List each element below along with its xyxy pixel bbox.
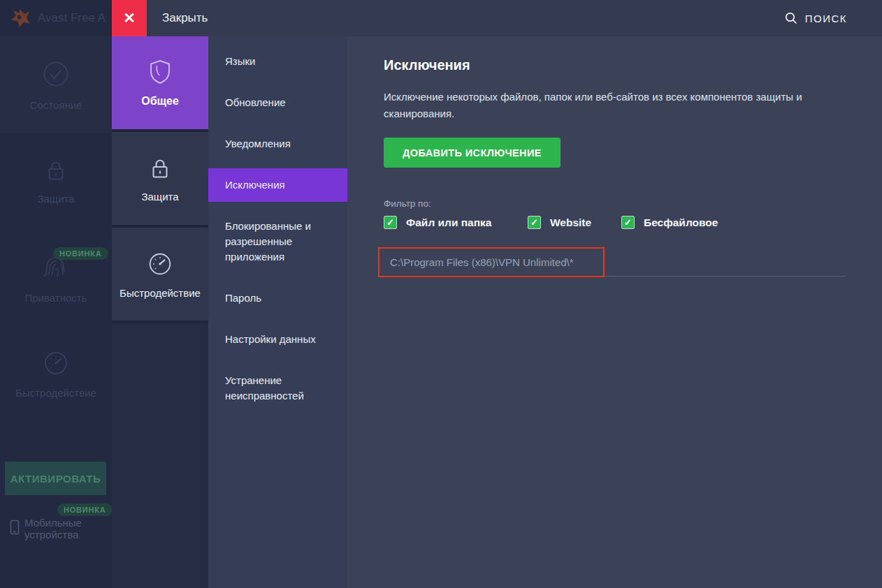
close-label[interactable]: Закрыть [162,11,208,25]
settings-tab-label: Защита [141,191,178,203]
avast-logo-icon [10,8,31,29]
shield-icon [146,58,174,86]
filter-checkbox-row: ✓ Файл или папка ✓ Website ✓ Бесфайловое [384,216,846,229]
speedometer-icon [146,250,174,278]
sidebar-item-status[interactable]: Состояние [0,36,112,133]
settings-tab-performance[interactable]: Быстродействие [112,228,208,321]
sidebar-item-label: Приватность [25,292,87,304]
avast-settings-window: Avast Free A ✕ Закрыть ПОИСК Состояние [0,0,882,588]
lock-icon [43,157,69,184]
sidebar-item-mobile-devices[interactable]: Мобильные устройства [10,517,101,541]
checkbox-label: Файл или папка [406,216,491,229]
checkbox-file-or-folder[interactable]: ✓ Файл или папка [384,216,528,229]
menu-item-troubleshooting[interactable]: Устранение неисправностей [208,373,347,404]
settings-category-nav: Общее Защита Быстродействие [112,36,208,588]
mobile-phone-icon [10,520,20,535]
check-icon: ✓ [624,217,632,228]
checkbox-website[interactable]: ✓ Website [528,216,621,229]
titlebar: Avast Free A ✕ Закрыть ПОИСК [0,0,882,36]
exclusion-row [378,247,846,277]
main-sidebar: Состояние Защита НОВИНКА Приватность [0,36,112,588]
search-button[interactable]: ПОИСК [784,11,847,25]
check-icon: ✓ [530,217,538,228]
page-title: Исключения [384,57,846,73]
close-button[interactable]: ✕ [112,0,147,36]
settings-tab-protection[interactable]: Защита [112,132,208,225]
add-exclusion-button[interactable]: ДОБАВИТЬ ИСКЛЮЧЕНИЕ [384,138,561,168]
exclusion-path-input[interactable] [378,247,605,277]
app-logo-zone: Avast Free A [0,0,112,36]
settings-tab-general[interactable]: Общее [112,36,208,129]
search-icon [784,11,798,25]
checkbox-checked-icon[interactable]: ✓ [621,216,635,229]
menu-item-update[interactable]: Обновление [208,95,347,110]
sidebar-item-label: Мобильные устройства [24,517,101,541]
settings-tab-label: Общее [141,95,179,108]
lock-icon [147,155,173,182]
checkbox-fileless[interactable]: ✓ Бесфайловое [621,216,718,229]
menu-item-notifications[interactable]: Уведомления [208,136,347,152]
page-description: Исключение некоторых файлов, папок или в… [384,89,851,122]
settings-nav-filler [112,323,208,588]
sidebar-item-protection[interactable]: Защита [0,133,112,229]
menu-item-password[interactable]: Пароль [208,291,347,306]
speedometer-icon [41,348,71,378]
status-check-icon [40,58,72,90]
activate-button[interactable]: АКТИВИРОВАТЬ [5,462,106,495]
checkbox-label: Website [550,216,591,229]
checkbox-label: Бесфайловое [644,216,718,229]
check-icon: ✓ [386,217,394,228]
close-icon: ✕ [123,10,136,27]
sidebar-item-label: Защита [37,193,74,205]
checkbox-checked-icon[interactable]: ✓ [384,216,397,229]
sidebar-bottom: АКТИВИРОВАТЬ НОВИНКА Мобильные устройств… [0,455,112,588]
new-badge: НОВИНКА [57,504,113,516]
settings-menu: Языки Обновление Уведомления Исключения … [208,36,347,588]
exclusions-panel: Исключения Исключение некоторых файлов, … [347,36,882,588]
sidebar-item-label: Состояние [30,99,82,111]
menu-item-blocked-allowed-apps[interactable]: Блокированные и разрешенные приложения [208,219,347,265]
checkbox-checked-icon[interactable]: ✓ [528,216,541,229]
menu-item-exclusions[interactable]: Исключения [208,168,347,202]
new-badge: НОВИНКА [53,247,108,260]
search-label: ПОИСК [805,13,847,24]
sidebar-item-performance[interactable]: Быстродействие [0,325,112,422]
menu-item-languages[interactable]: Языки [208,54,347,69]
settings-tab-label: Быстродействие [120,287,201,299]
app-title: Avast Free A [38,11,106,25]
sidebar-item-label: Быстродействие [15,387,96,399]
sidebar-item-privacy[interactable]: НОВИНКА Приватность [0,229,112,325]
filter-by-label: Фильтр по: [384,198,846,209]
exclusion-row-underline [605,247,846,277]
menu-item-data-settings[interactable]: Настройки данных [208,332,347,347]
